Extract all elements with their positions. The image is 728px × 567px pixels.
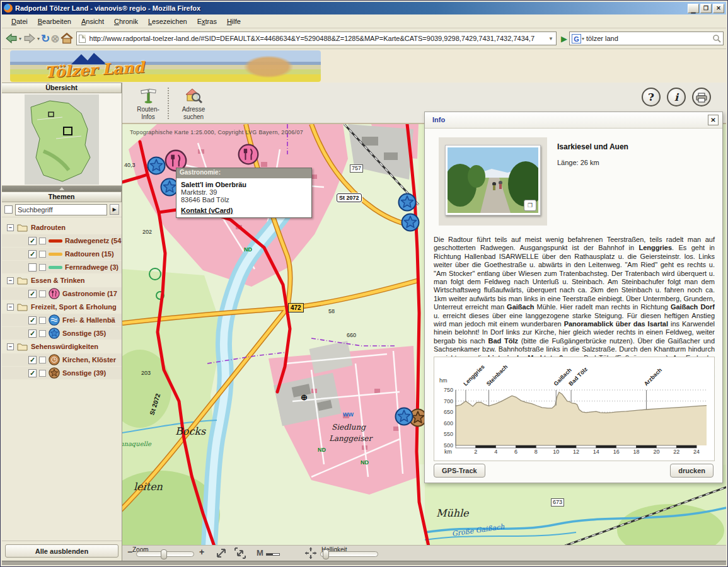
measure-button[interactable]: M (257, 547, 280, 558)
tree-layer-item[interactable]: Fernradwege (3) (2, 261, 122, 273)
brightness-slider[interactable] (320, 551, 378, 557)
menu-lesezeichen[interactable]: Lesezeichen (144, 16, 192, 27)
address-search-button[interactable]: Adressesuchen (175, 88, 212, 121)
zoom-in-button[interactable]: + (199, 547, 204, 557)
label-checkbox[interactable] (39, 317, 46, 324)
themes-header[interactable]: Themen (2, 192, 122, 202)
tree-layer-item[interactable]: ✓Sonstige (39) (2, 367, 122, 379)
info-button[interactable]: i (667, 88, 686, 106)
url-input[interactable] (88, 34, 548, 43)
route-info-button[interactable]: Routen-Infos (131, 88, 165, 121)
tree-layer-item[interactable]: ✓Kirchen, Klöster (2, 353, 122, 366)
close-button[interactable]: ✕ (713, 4, 724, 13)
tree-layer-item[interactable]: ✓Radwegenetz (54 (2, 234, 122, 247)
overview-map[interactable] (2, 93, 122, 186)
tree-layer-item[interactable]: ✓Radtouren (15) (2, 248, 122, 260)
label-checkbox[interactable] (39, 330, 46, 337)
window-resize-strip[interactable] (2, 561, 726, 565)
zoom-slider[interactable] (136, 551, 194, 557)
sidebar-splitter[interactable] (2, 186, 122, 192)
print-map-button[interactable] (692, 88, 711, 106)
full-extent-icon[interactable] (234, 547, 246, 559)
gastro-marker[interactable] (238, 144, 259, 165)
search-bar[interactable]: G ▾ (569, 32, 724, 45)
overview-map-image (25, 94, 99, 185)
forward-arrow-icon (23, 33, 37, 44)
route-photo[interactable]: ❐ (445, 145, 541, 215)
overview-header[interactable]: Übersicht (2, 83, 122, 93)
layer-checkbox[interactable]: ✓ (28, 237, 37, 245)
zoom-out-button[interactable]: − (127, 547, 132, 557)
layer-checkbox[interactable]: ✓ (28, 316, 37, 324)
layer-checkbox[interactable] (28, 263, 37, 272)
info-panel-header[interactable]: Info ✕ (425, 112, 722, 129)
layer-label: Radwegenetz (54 (65, 237, 121, 244)
star-blue-marker[interactable] (395, 407, 413, 426)
hide-all-button[interactable]: Alle ausblenden (5, 544, 118, 558)
collapse-icon[interactable]: − (7, 304, 14, 311)
star-blue-marker[interactable] (147, 156, 166, 175)
menu-chronik[interactable]: Chronik (110, 16, 142, 27)
back-button[interactable]: ▾ (4, 33, 22, 44)
minimize-button[interactable]: ▁ (688, 4, 699, 13)
tree-layer-item[interactable]: ✓Gastronomie (17 (2, 287, 122, 300)
search-checkbox[interactable] (4, 205, 13, 214)
forward-button[interactable]: ▾ (23, 33, 40, 44)
star-blue-marker[interactable] (401, 213, 420, 232)
tree-category[interactable]: −Radrouten (2, 221, 122, 234)
zoom-slider-thumb[interactable] (161, 549, 167, 559)
brightness-slider-thumb[interactable] (323, 549, 329, 559)
elevation-chart-svg: hm500550600650700750LenggriesSteinbachGa… (434, 357, 714, 461)
menu-datei[interactable]: Datei (7, 16, 32, 27)
label-checkbox[interactable] (39, 264, 46, 271)
layer-checkbox[interactable]: ✓ (28, 369, 37, 377)
layer-checkbox[interactable]: ✓ (28, 250, 37, 258)
tree-category[interactable]: −Sehenswürdigkeiten (2, 340, 122, 353)
label-checkbox[interactable] (39, 357, 46, 364)
magnifier-icon[interactable] (712, 34, 721, 43)
theme-search-input[interactable] (15, 204, 107, 215)
search-submit-button[interactable]: ▶ (110, 204, 119, 215)
web-search-input[interactable] (585, 34, 712, 43)
enlarge-photo-icon[interactable]: ❐ (524, 200, 536, 211)
home-button[interactable] (61, 33, 73, 44)
label-checkbox[interactable] (39, 238, 46, 244)
vcard-link[interactable]: Kontakt (vCard) (181, 207, 233, 214)
gps-track-button[interactable]: GPS-Track (434, 464, 485, 478)
zoom-rect-icon[interactable] (215, 547, 228, 559)
tree-category[interactable]: −Freizeit, Sport & Erholung (2, 301, 122, 313)
layer-checkbox[interactable]: ✓ (28, 290, 37, 298)
info-panel-close-button[interactable]: ✕ (708, 115, 719, 125)
print-route-button[interactable]: drucken (670, 464, 714, 478)
forward-dropdown-icon[interactable]: ▾ (37, 36, 40, 42)
center-crosshair-icon[interactable] (304, 546, 318, 560)
back-dropdown-icon[interactable]: ▾ (19, 36, 21, 42)
label-checkbox[interactable] (39, 251, 46, 258)
menu-extras[interactable]: Extras (193, 16, 221, 27)
label-checkbox[interactable] (39, 290, 46, 297)
url-bar[interactable]: ▼ (76, 32, 557, 45)
menu-ansicht[interactable]: Ansicht (77, 16, 108, 27)
maximize-button[interactable]: ❐ (700, 4, 712, 13)
tree-layer-item[interactable]: ✓Frei- & Hallenbä (2, 314, 122, 326)
go-button[interactable]: ▶ (561, 34, 567, 43)
svg-text:750: 750 (444, 387, 453, 393)
google-logo-icon[interactable]: G (572, 34, 581, 43)
tree-category[interactable]: −Essen & Trinken (2, 274, 122, 287)
menu-bearbeiten[interactable]: Bearbeiten (33, 16, 76, 27)
menu-hilfe[interactable]: Hilfe (222, 16, 245, 27)
star-blue-marker[interactable] (398, 193, 417, 212)
stop-button[interactable]: ⊗ (50, 32, 59, 45)
label-checkbox[interactable] (39, 370, 46, 377)
collapse-icon[interactable]: − (7, 224, 14, 231)
collapse-icon[interactable]: − (7, 343, 14, 350)
help-button[interactable]: ? (642, 88, 661, 106)
tree-layer-item[interactable]: ✓Sonstige (35) (2, 327, 122, 340)
reload-button[interactable]: ↻ (41, 32, 50, 45)
window-titlebar[interactable]: Radportal Tölzer Land - vianovis® regio … (2, 2, 726, 14)
collapse-icon[interactable]: − (7, 277, 14, 284)
layer-checkbox[interactable]: ✓ (28, 329, 37, 338)
url-dropdown-icon[interactable]: ▼ (548, 36, 553, 42)
layer-checkbox[interactable]: ✓ (28, 356, 37, 364)
search-engine-dropdown-icon[interactable]: ▾ (582, 36, 584, 42)
